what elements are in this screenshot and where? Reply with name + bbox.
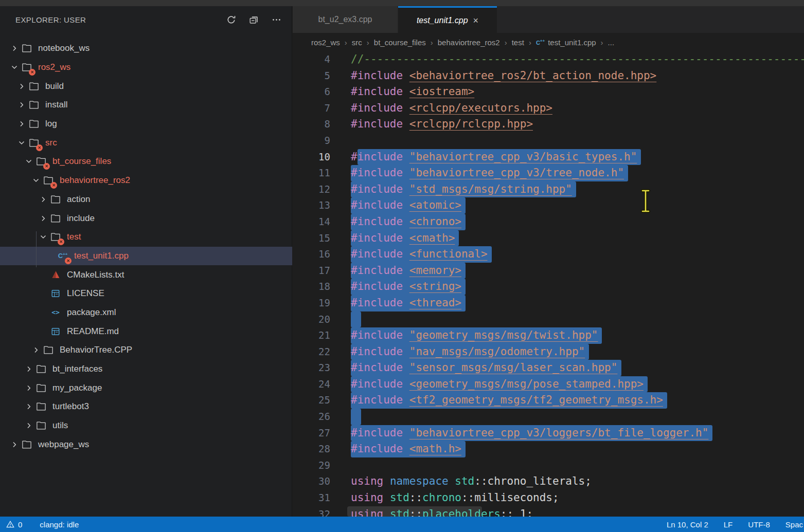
chevron-right-icon[interactable] xyxy=(23,400,35,413)
line-number[interactable]: 14 xyxy=(293,214,351,230)
line-number[interactable]: 19 xyxy=(293,295,351,311)
code-line-31[interactable]: 31using std::chrono::milliseconds; xyxy=(293,490,804,506)
tab-bt-u2-ex3-cpp[interactable]: bt_u2_ex3.cpp xyxy=(293,6,398,33)
code-line-5[interactable]: 5#include <behaviortree_ros2/bt_action_n… xyxy=(293,68,804,84)
line-number[interactable]: 24 xyxy=(293,376,351,393)
line-number[interactable]: 26 xyxy=(293,409,351,425)
tree-item-install[interactable]: install xyxy=(0,96,292,115)
chevron-right-icon[interactable] xyxy=(30,344,42,356)
code-line-7[interactable]: 7#include <rclcpp/executors.hpp> xyxy=(293,100,804,117)
tree-item-test[interactable]: ✕test xyxy=(0,228,292,247)
code-line-14[interactable]: 14#include <chrono> xyxy=(293,214,804,230)
code-line-18[interactable]: 18#include <string> xyxy=(293,279,804,295)
tree-item-webpage-ws[interactable]: webpage_ws xyxy=(0,435,292,454)
collapse-folders-icon[interactable] xyxy=(248,14,259,25)
tree-item-action[interactable]: action xyxy=(0,190,292,209)
line-number[interactable]: 13 xyxy=(293,197,351,214)
chevron-right-icon[interactable] xyxy=(37,212,49,225)
status-eol[interactable]: LF xyxy=(724,520,733,529)
line-number[interactable]: 16 xyxy=(293,246,351,263)
line-number[interactable]: 25 xyxy=(293,392,351,409)
tab-test-unit1-cpp[interactable]: test_unit1.cpp× xyxy=(398,6,497,33)
code-line-15[interactable]: 15#include <cmath> xyxy=(293,230,804,247)
chevron-right-icon[interactable] xyxy=(23,382,35,394)
line-number[interactable]: 15 xyxy=(293,230,351,247)
chevron-right-icon[interactable] xyxy=(15,80,28,93)
code-line-6[interactable]: 6#include <iostream> xyxy=(293,84,804,100)
line-number[interactable]: 9 xyxy=(293,133,351,149)
code-line-17[interactable]: 17#include <memory> xyxy=(293,263,804,279)
tree-item-include[interactable]: include xyxy=(0,209,292,228)
chevron-right-icon[interactable] xyxy=(15,118,28,130)
chevron-down-icon[interactable] xyxy=(37,231,49,243)
line-number[interactable]: 23 xyxy=(293,360,351,376)
chevron-right-icon[interactable] xyxy=(8,42,21,54)
tree-item-my-package[interactable]: my_package xyxy=(0,378,292,397)
refresh-icon[interactable] xyxy=(226,14,236,25)
tree-item-turtlebot3[interactable]: turtlebot3 xyxy=(0,397,292,416)
breadcrumb-item-bt-course-files[interactable]: bt_course_files xyxy=(374,38,426,47)
code-line-16[interactable]: 16#include <functional> xyxy=(293,246,804,263)
chevron-right-icon[interactable] xyxy=(37,193,49,206)
line-number[interactable]: 30 xyxy=(293,473,351,490)
breadcrumb-item-behaviortree-ros2[interactable]: behaviortree_ros2 xyxy=(438,38,500,47)
tree-item-ros2-ws[interactable]: ✕ros2_ws xyxy=(0,58,292,77)
chevron-down-icon[interactable] xyxy=(23,155,35,168)
code-line-28[interactable]: 28#include <math.h> xyxy=(293,441,804,457)
line-number[interactable]: 17 xyxy=(293,263,351,279)
code-line-10[interactable]: 10#include "behaviortree_cpp_v3/basic_ty… xyxy=(293,149,804,166)
line-number[interactable]: 20 xyxy=(293,311,351,328)
close-icon[interactable]: × xyxy=(473,16,479,25)
code-line-25[interactable]: 25#include <tf2_geometry_msgs/tf2_geomet… xyxy=(293,392,804,409)
line-number[interactable]: 29 xyxy=(293,457,351,474)
breadcrumb-overflow[interactable]: ... xyxy=(608,38,615,47)
status-indentation[interactable]: Spac xyxy=(785,520,803,529)
line-number[interactable]: 31 xyxy=(293,490,351,506)
code-line-30[interactable]: 30using namespace std::chrono_literals; xyxy=(293,473,804,490)
code-line-11[interactable]: 11#include "behaviortree_cpp_v3/tree_nod… xyxy=(293,165,804,181)
line-number[interactable]: 21 xyxy=(293,327,351,344)
chevron-right-icon[interactable] xyxy=(15,99,28,111)
more-actions-icon[interactable] xyxy=(271,14,281,25)
code-line-22[interactable]: 22#include "nav_msgs/msg/odometry.hpp" xyxy=(293,344,804,360)
line-number[interactable]: 6 xyxy=(293,84,351,100)
code-line-23[interactable]: 23#include "sensor_msgs/msg/laser_scan.h… xyxy=(293,360,804,376)
line-number[interactable]: 7 xyxy=(293,100,351,117)
tree-item-build[interactable]: build xyxy=(0,77,292,96)
code-line-27[interactable]: 27#include "behaviortree_cpp_v3/loggers/… xyxy=(293,425,804,442)
code-line-32[interactable]: 32using std::placeholders::_1; xyxy=(293,506,804,517)
chevron-right-icon[interactable] xyxy=(23,363,35,375)
line-number[interactable]: 4 xyxy=(293,51,351,68)
tree-item-bt-interfaces[interactable]: bt_interfaces xyxy=(0,360,292,379)
line-number[interactable]: 32 xyxy=(293,506,351,517)
code-line-20[interactable]: 20 xyxy=(293,311,804,328)
tree-item-log[interactable]: log xyxy=(0,115,292,134)
breadcrumb-item-test-unit1-cpp[interactable]: C++test_unit1.cpp xyxy=(536,38,596,47)
line-number[interactable]: 5 xyxy=(293,68,351,84)
status-warnings[interactable]: 0 xyxy=(6,520,22,529)
chevron-right-icon[interactable] xyxy=(8,438,21,451)
chevron-down-icon[interactable] xyxy=(30,174,42,187)
tree-item-utils[interactable]: utils xyxy=(0,416,292,435)
tree-item-behaviortree-cpp[interactable]: BehaviorTree.CPP xyxy=(0,341,292,360)
code-line-13[interactable]: 13#include <atomic> xyxy=(293,197,804,214)
tree-item-src[interactable]: ✕src xyxy=(0,133,292,152)
code-line-24[interactable]: 24#include <geometry_msgs/msg/pose_stamp… xyxy=(293,376,804,393)
code-line-12[interactable]: 12#include "std_msgs/msg/string.hpp" xyxy=(293,181,804,198)
code-line-21[interactable]: 21#include "geometry_msgs/msg/twist.hpp" xyxy=(293,327,804,344)
chevron-down-icon[interactable] xyxy=(8,61,21,74)
line-number[interactable]: 11 xyxy=(293,165,351,181)
code-line-9[interactable]: 9 xyxy=(293,133,804,149)
line-number[interactable]: 8 xyxy=(293,116,351,133)
breadcrumb-item-ros2-ws[interactable]: ros2_ws xyxy=(311,38,340,47)
breadcrumb-item-test[interactable]: test xyxy=(512,38,524,47)
tree-item-notebook-ws[interactable]: notebook_ws xyxy=(0,39,292,58)
tree-item-bt-course-files[interactable]: ✕bt_course_files xyxy=(0,152,292,171)
line-number[interactable]: 18 xyxy=(293,279,351,295)
tree-item-readme-md[interactable]: README.md xyxy=(0,322,292,341)
chevron-down-icon[interactable] xyxy=(15,137,28,149)
breadcrumb-item-src[interactable]: src xyxy=(352,38,362,47)
tree-item-behaviortree-ros2[interactable]: ✕behaviortree_ros2 xyxy=(0,171,292,190)
tree-item-test-unit1-cpp[interactable]: C++✕test_unit1.cpp xyxy=(0,247,292,266)
line-number[interactable]: 12 xyxy=(293,181,351,198)
